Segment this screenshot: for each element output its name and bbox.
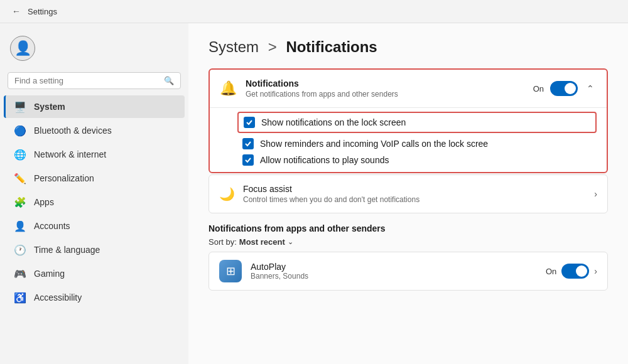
notifications-right: On ⌃	[533, 81, 597, 96]
accessibility-icon: ♿	[14, 291, 26, 304]
autoplay-toggle-thumb	[576, 265, 587, 277]
checkmark-icon	[244, 156, 252, 164]
autoplay-row[interactable]: ⊞ AutoPlay Banners, Sounds On ›	[208, 252, 608, 291]
sounds-checkbox[interactable]	[242, 154, 254, 166]
focus-assist-row[interactable]: 🌙 Focus assist Control times when you do…	[208, 174, 608, 213]
notifications-main-row: 🔔 Notifications Get notifications from a…	[210, 70, 607, 107]
voip-checkbox[interactable]	[242, 138, 254, 149]
sort-chevron-icon[interactable]: ⌄	[288, 238, 293, 246]
autoplay-arrow-icon: ›	[594, 266, 597, 276]
autoplay-text: AutoPlay Banners, Sounds	[251, 262, 537, 281]
autoplay-toggle[interactable]	[561, 264, 589, 279]
sort-row: Sort by: Most recent ⌄	[208, 237, 608, 247]
breadcrumb-separator: >	[268, 38, 277, 55]
time-icon: 🕐	[14, 244, 26, 256]
autoplay-on-label: On	[546, 267, 556, 276]
sidebar-item-label: Bluetooth & devices	[34, 126, 112, 136]
content-area: System > Notifications 🔔 Notifications G…	[188, 23, 628, 364]
apps-section-title: Notifications from apps and other sender…	[208, 223, 608, 233]
breadcrumb-system: System	[208, 38, 259, 55]
sidebar-item-label: Accessibility	[34, 292, 82, 302]
sidebar-item-accessibility[interactable]: ♿ Accessibility	[4, 286, 185, 309]
notifications-title: Notifications	[246, 78, 524, 88]
network-icon: 🌐	[14, 148, 26, 161]
accounts-icon: 👤	[14, 220, 26, 232]
sidebar-item-accounts[interactable]: 👤 Accounts	[4, 215, 185, 237]
notifications-text: Notifications Get notifications from app…	[246, 78, 524, 99]
bluetooth-icon: 🔵	[14, 124, 26, 137]
sidebar-item-label: Apps	[34, 197, 54, 207]
sidebar-item-label: Accounts	[34, 221, 70, 231]
sidebar-item-network[interactable]: 🌐 Network & internet	[4, 143, 185, 166]
sidebar-item-time[interactable]: 🕐 Time & language	[4, 238, 185, 261]
checkmark-icon	[244, 140, 252, 147]
search-icon: 🔍	[164, 76, 174, 85]
sort-label: Sort by:	[208, 237, 237, 247]
personalization-icon: ✏️	[14, 172, 26, 185]
lock-screen-checkbox-row[interactable]: Show notifications on the lock screen	[237, 112, 597, 133]
autoplay-icon: ⊞	[219, 260, 242, 282]
focus-assist-subtitle: Control times when you do and don't get …	[243, 195, 585, 204]
toggle-thumb	[565, 83, 576, 94]
sidebar-item-label: Network & internet	[34, 149, 106, 159]
notifications-toggle[interactable]	[550, 81, 578, 96]
notifications-card: 🔔 Notifications Get notifications from a…	[208, 68, 608, 173]
focus-assist-title: Focus assist	[243, 184, 585, 194]
sidebar-item-label: Personalization	[34, 173, 94, 183]
sidebar-item-system[interactable]: 🖥️ System	[4, 95, 185, 118]
notifications-on-label: On	[533, 84, 544, 94]
focus-assist-arrow-icon: ›	[594, 189, 597, 199]
back-button[interactable]: ←	[10, 5, 23, 18]
lock-screen-label: Show notifications on the lock screen	[261, 117, 406, 127]
sidebar-item-bluetooth[interactable]: 🔵 Bluetooth & devices	[4, 119, 185, 142]
content-header: System > Notifications	[208, 38, 608, 56]
sidebar-item-personalization[interactable]: ✏️ Personalization	[4, 167, 185, 190]
focus-assist-icon: 🌙	[219, 186, 234, 201]
sort-value[interactable]: Most recent	[239, 237, 285, 247]
voip-label: Show reminders and incoming VoIP calls o…	[260, 139, 488, 149]
sidebar-item-apps[interactable]: 🧩 Apps	[4, 191, 185, 213]
focus-assist-text: Focus assist Control times when you do a…	[243, 184, 585, 204]
sidebar-item-label: System	[34, 102, 65, 112]
checkmark-icon	[246, 119, 253, 126]
sidebar-search-container[interactable]: 🔍	[8, 72, 181, 89]
sidebar-item-label: Gaming	[34, 269, 65, 279]
autoplay-title: AutoPlay	[251, 262, 537, 272]
avatar: 👤	[10, 36, 35, 61]
lock-screen-checkbox[interactable]	[244, 117, 255, 128]
autoplay-subtitle: Banners, Sounds	[251, 272, 537, 281]
gaming-icon: 🎮	[14, 267, 26, 280]
apps-icon: 🧩	[14, 196, 26, 208]
main-layout: 👤 🔍 🖥️ System 🔵 Bluetooth & devices 🌐 Ne…	[0, 23, 628, 364]
sidebar: 👤 🔍 🖥️ System 🔵 Bluetooth & devices 🌐 Ne…	[0, 23, 188, 364]
notifications-expand-button[interactable]: ⌃	[584, 82, 597, 95]
title-bar: ← Settings	[0, 0, 628, 23]
sidebar-item-gaming[interactable]: 🎮 Gaming	[4, 262, 185, 285]
system-icon: 🖥️	[14, 100, 26, 113]
title-bar-title: Settings	[28, 7, 57, 16]
sounds-checkbox-row[interactable]: Allow notifications to play sounds	[242, 154, 597, 166]
notifications-suboptions: Show notifications on the lock screen Sh…	[210, 107, 607, 172]
sidebar-item-label: Time & language	[34, 245, 100, 255]
search-input[interactable]	[14, 76, 160, 85]
voip-checkbox-row[interactable]: Show reminders and incoming VoIP calls o…	[242, 138, 597, 149]
bell-icon: 🔔	[220, 80, 237, 97]
page-title: Notifications	[286, 38, 377, 55]
notifications-subtitle: Get notifications from apps and other se…	[246, 90, 524, 99]
sidebar-user: 👤	[0, 31, 188, 71]
autoplay-right: On ›	[546, 264, 597, 279]
sounds-label: Allow notifications to play sounds	[260, 155, 389, 165]
